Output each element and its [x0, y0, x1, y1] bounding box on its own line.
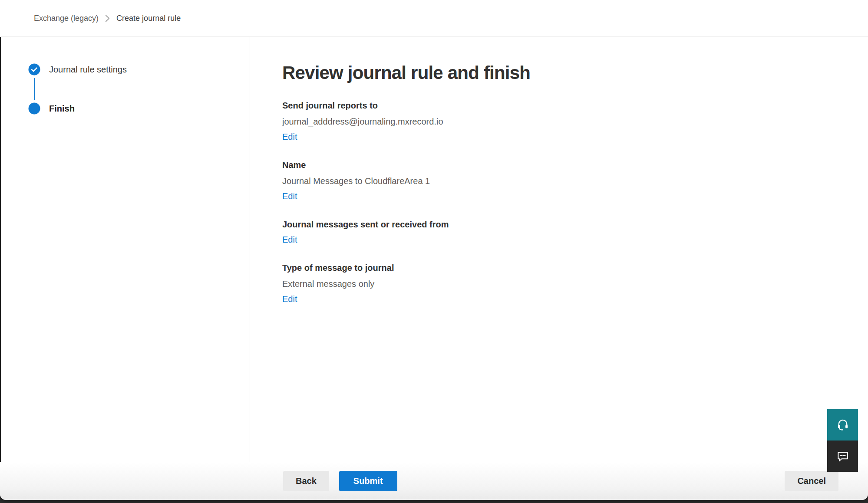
wizard-step-journal-rule-settings[interactable]: Journal rule settings	[28, 63, 250, 76]
edit-message-type-link[interactable]: Edit	[282, 293, 297, 305]
headset-icon	[836, 418, 849, 431]
section-label: Name	[282, 159, 851, 171]
app-window: Exchange (legacy) Create journal rule Jo…	[0, 0, 868, 500]
step-connector-line	[34, 78, 35, 100]
section-send-journal-reports-to: Send journal reports to journal_adddress…	[282, 100, 851, 143]
section-type-of-message: Type of message to journal External mess…	[282, 262, 851, 305]
section-journal-messages-sent-or-received: Journal messages sent or received from E…	[282, 219, 851, 246]
breadcrumb-create-journal-rule: Create journal rule	[116, 14, 181, 23]
left-edge-line	[0, 37, 1, 462]
breadcrumb: Exchange (legacy) Create journal rule	[34, 14, 181, 23]
step-label-journal-rule-settings: Journal rule settings	[49, 65, 127, 75]
wizard-step-finish[interactable]: Finish	[28, 102, 250, 115]
chat-icon	[836, 450, 849, 463]
edit-scope-link[interactable]: Edit	[282, 234, 297, 246]
section-label: Type of message to journal	[282, 262, 851, 274]
feedback-button[interactable]	[827, 441, 858, 472]
message-type-value: External messages only	[282, 278, 851, 290]
floating-side-buttons	[827, 409, 858, 472]
footer-actions: Back Submit	[283, 471, 397, 491]
journal-report-address-value: journal_adddress@journaling.mxrecord.io	[282, 116, 851, 128]
rule-name-value: Journal Messages to CloudflareArea 1	[282, 175, 851, 187]
section-label: Journal messages sent or received from	[282, 219, 851, 230]
chevron-right-icon	[105, 14, 110, 23]
current-step-dot-icon	[28, 102, 40, 115]
page-title: Review journal rule and finish	[282, 62, 851, 84]
section-name: Name Journal Messages to CloudflareArea …	[282, 159, 851, 202]
edit-name-link[interactable]: Edit	[282, 191, 297, 202]
cancel-button[interactable]: Cancel	[785, 471, 838, 491]
content-row: Journal rule settings Finish Review jour…	[0, 37, 868, 462]
help-button[interactable]	[827, 409, 858, 441]
edit-send-journal-reports-link[interactable]: Edit	[282, 131, 297, 143]
footer-bar: Back Submit Cancel	[0, 462, 868, 500]
back-button[interactable]: Back	[283, 471, 329, 491]
top-header: Exchange (legacy) Create journal rule	[0, 0, 868, 37]
review-pane: Review journal rule and finish Send jour…	[250, 37, 868, 462]
wizard-steps-panel: Journal rule settings Finish	[0, 37, 250, 462]
completed-check-icon	[28, 63, 40, 76]
submit-button[interactable]: Submit	[339, 471, 397, 491]
section-label: Send journal reports to	[282, 100, 851, 112]
breadcrumb-exchange-legacy[interactable]: Exchange (legacy)	[34, 14, 99, 23]
step-label-finish: Finish	[49, 104, 75, 114]
